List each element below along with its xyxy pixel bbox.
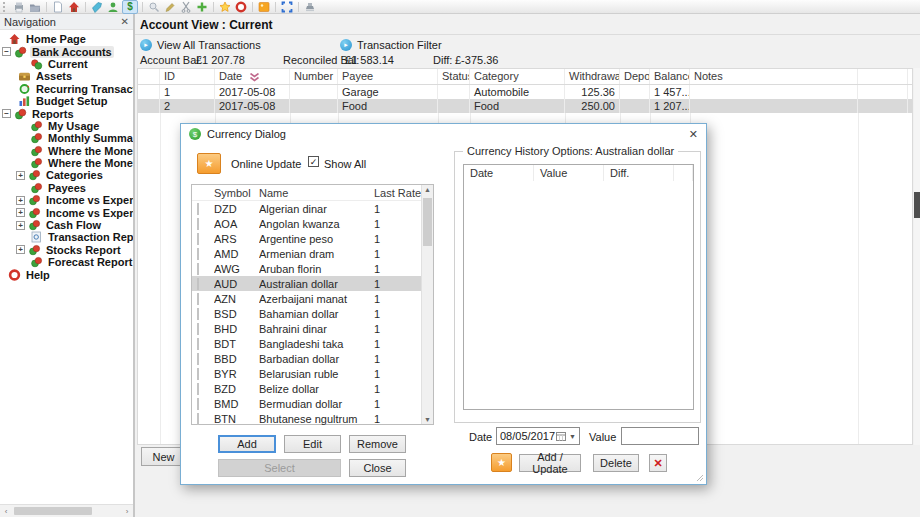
col-value[interactable]: Value [534, 165, 604, 181]
nav-item-monthly-summary[interactable]: Monthly Summary of Acc [0, 132, 133, 144]
col-deposit[interactable]: Deposit [620, 69, 650, 84]
currency-checkbox[interactable] [197, 233, 199, 245]
transaction-filter-link[interactable]: ▸ Transaction Filter [340, 39, 442, 51]
navigation-close-icon[interactable]: ✕ [121, 16, 129, 27]
delete-all-x-button[interactable]: ✕ [649, 454, 667, 472]
col-notes[interactable]: Notes [690, 69, 858, 84]
edit-icon[interactable] [163, 1, 177, 13]
scroll-right-icon[interactable]: › [121, 507, 133, 516]
nav-item-income-vs-expenses-specific[interactable]: +Income vs Expenses - Spe [0, 206, 133, 218]
scroll-left-icon[interactable]: ‹ [0, 507, 12, 516]
currency-checkbox[interactable] [197, 308, 199, 320]
collapse-icon[interactable]: − [2, 109, 11, 118]
currency-icon[interactable]: $ [122, 0, 138, 14]
show-all-checkbox[interactable]: ✓ [308, 156, 319, 167]
table-row[interactable]: 1 2017-05-08 Garage Automobile 125.36 1 … [138, 85, 912, 99]
currency-row[interactable]: ARSArgentine peso1 [192, 231, 433, 246]
col-number[interactable]: Number [290, 69, 338, 84]
col-last-rate[interactable]: Last Rate [374, 187, 422, 199]
star-icon[interactable] [218, 1, 232, 13]
folder-open-icon[interactable] [28, 1, 42, 13]
nav-horizontal-scrollbar[interactable]: ‹ › [0, 504, 133, 517]
search-icon[interactable] [147, 1, 161, 13]
currency-row[interactable]: BYRBelarusian ruble1 [192, 366, 433, 381]
currency-checkbox[interactable] [197, 248, 199, 260]
col-id[interactable]: ID [160, 69, 215, 84]
nav-item-payees[interactable]: Payees [0, 182, 133, 194]
scroll-down-icon[interactable]: ▼ [422, 416, 433, 423]
view-all-transactions-link[interactable]: ▸ View All Transactions [140, 39, 261, 51]
expand-icon[interactable]: + [16, 171, 25, 180]
nav-item-stocks-report[interactable]: +Stocks Report [0, 244, 133, 256]
nav-item-where-money-goes[interactable]: Where the Money Goes [0, 145, 133, 157]
select-button[interactable]: Select [218, 459, 341, 477]
fullscreen-icon[interactable] [280, 1, 294, 13]
currency-checkbox[interactable] [197, 338, 199, 350]
currency-row[interactable]: BDTBangladeshi taka1 [192, 336, 433, 351]
currency-checkbox[interactable] [197, 353, 199, 365]
currency-checkbox[interactable] [197, 383, 199, 395]
close-button[interactable]: Close [349, 459, 406, 477]
expand-icon[interactable]: + [16, 208, 25, 217]
nav-item-reports[interactable]: −Reports [0, 107, 133, 119]
scrollbar-thumb[interactable] [423, 198, 432, 246]
col-category[interactable]: Category [470, 69, 565, 84]
nav-item-budget-setup[interactable]: Budget Setup [0, 95, 133, 107]
nav-item-current[interactable]: Current [0, 58, 133, 70]
col-name[interactable]: Name [259, 187, 374, 199]
home-icon[interactable] [67, 1, 81, 13]
currency-row[interactable]: BMDBermudian dollar1 [192, 396, 433, 411]
currency-checkbox[interactable] [197, 368, 199, 380]
currency-checkbox[interactable] [197, 218, 199, 230]
chevron-down-icon[interactable]: ▼ [569, 433, 576, 440]
scrollbar-thumb[interactable] [14, 507, 92, 515]
nav-item-my-usage[interactable]: My Usage [0, 120, 133, 132]
currency-row[interactable]: BSDBahamian dollar1 [192, 306, 433, 321]
list-vertical-scrollbar[interactable]: ▲ ▼ [421, 185, 433, 424]
nav-item-cash-flow[interactable]: +Cash Flow [0, 219, 133, 231]
nav-item-categories[interactable]: +Categories [0, 169, 133, 181]
currency-checkbox[interactable] [197, 203, 199, 215]
online-update-button[interactable]: ★ [197, 153, 221, 174]
value-input[interactable] [621, 427, 699, 445]
save-icon[interactable] [12, 1, 26, 13]
expand-icon[interactable]: + [16, 196, 25, 205]
add-icon[interactable] [195, 1, 209, 13]
add-update-button[interactable]: Add / Update [519, 454, 581, 472]
dialog-close-icon[interactable]: ✕ [689, 128, 698, 141]
cut-icon[interactable] [179, 1, 193, 13]
print-icon[interactable] [303, 1, 317, 13]
expand-icon[interactable]: + [16, 245, 25, 254]
currency-row[interactable]: BTNBhutanese ngultrum1 [192, 411, 433, 426]
col-balance[interactable]: Balance [650, 69, 690, 84]
col-status[interactable]: Status [438, 69, 470, 84]
tag-icon[interactable] [90, 1, 104, 13]
history-online-update-button[interactable]: ★ [491, 453, 512, 472]
help-icon[interactable] [234, 1, 248, 13]
nav-item-help[interactable]: Help [0, 268, 133, 280]
col-payee[interactable]: Payee [338, 69, 438, 84]
currency-row[interactable]: AZNAzerbaijani manat1 [192, 291, 433, 306]
payee-icon[interactable] [106, 1, 120, 13]
toolbar-grip[interactable] [3, 2, 8, 12]
currency-row-selected[interactable]: AUDAustralian dollar1 [192, 276, 433, 291]
resize-grip[interactable] [695, 473, 704, 482]
currency-row[interactable]: BHDBahraini dinar1 [192, 321, 433, 336]
nav-item-recurring-transactions[interactable]: Recurring Transactions [0, 83, 133, 95]
col-diff[interactable]: Diff. [604, 165, 674, 181]
table-vertical-scrollbar[interactable] [914, 68, 920, 445]
table-row-selected[interactable]: 2 2017-05-08 Food Food 250.00 1 207.... [138, 99, 912, 113]
dialog-titlebar[interactable]: $ Currency Dialog [181, 124, 706, 144]
nav-item-where-money-comes[interactable]: Where the Money Comes [0, 157, 133, 169]
currency-checkbox[interactable] [197, 398, 199, 410]
currency-checkbox[interactable] [197, 278, 199, 290]
image-icon[interactable] [257, 1, 271, 13]
currency-row[interactable]: AWGAruban florin1 [192, 261, 433, 276]
edit-button[interactable]: Edit [284, 435, 341, 453]
scrollbar-thumb[interactable] [914, 192, 920, 218]
currency-checkbox[interactable] [197, 323, 199, 335]
new-file-icon[interactable] [51, 1, 65, 13]
nav-item-forecast-report[interactable]: Forecast Report [0, 256, 133, 268]
col-date[interactable]: Date [464, 165, 534, 181]
currency-row[interactable]: DZDAlgerian dinar1 [192, 201, 433, 216]
